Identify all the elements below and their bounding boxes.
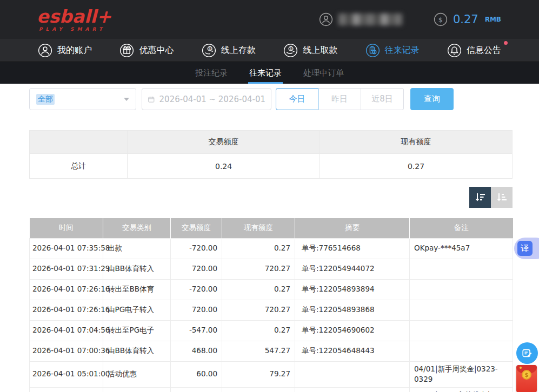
total-label: 总计 — [30, 154, 128, 179]
cell-time: 2026-04-01 07:35:58 — [30, 238, 103, 259]
search-button[interactable]: 查询 — [410, 88, 454, 110]
cell-category: 由BB体育转入 — [103, 341, 171, 361]
cell-summary — [295, 361, 410, 387]
filter-row: 全部 2026-04-01 ~ 2026-04-01 今日 昨日 近8日 查询 — [29, 88, 513, 110]
records-icon — [365, 43, 380, 58]
svg-text:$: $ — [438, 16, 443, 24]
withdraw-icon: $ — [283, 43, 298, 58]
cell-summary — [295, 387, 410, 392]
sort-ascending-button[interactable] — [491, 187, 513, 208]
cell-amount: 60.00 — [171, 361, 222, 387]
nav-label: 我的账户 — [57, 45, 92, 56]
cell-remark — [410, 341, 513, 361]
username-redacted — [338, 13, 402, 25]
cell-amount: -547.00 — [171, 320, 222, 341]
balance-amount: 0.27 — [453, 13, 478, 26]
nav-deposit[interactable]: $ 线上存款 — [202, 43, 256, 58]
balance-display[interactable]: $ 0.27 RMB — [434, 12, 501, 26]
translate-widget[interactable]: 译 — [514, 238, 539, 259]
table-row: 2026-04-01 07:26:16 转出至BB体育 -720.00 0.27… — [30, 279, 513, 300]
range-last8days-button[interactable]: 近8日 — [361, 88, 404, 110]
main-nav: 我的账户 优惠中心 $ 线上存款 $ 线上取款 往来记录 信息公告 — [0, 39, 539, 62]
cell-time: 2026-04-01 05:01:00 — [30, 387, 103, 392]
user-avatar-icon — [319, 12, 333, 26]
content-area: 全部 2026-04-01 ~ 2026-04-01 今日 昨日 近8日 查询 … — [29, 88, 513, 392]
cell-remark — [410, 300, 513, 320]
gift-icon — [119, 43, 134, 58]
summary-total-row: 总计 0.24 0.27 — [30, 154, 513, 179]
cell-remark — [410, 279, 513, 300]
table-row: 2026-04-01 07:31:29 由BB体育转入 720.00 720.2… — [30, 259, 513, 279]
notification-dot — [504, 41, 508, 45]
cell-balance: 720.27 — [222, 300, 295, 320]
account-menu[interactable] — [319, 12, 402, 26]
summary-header-transaction: 交易额度 — [128, 131, 320, 154]
total-current-balance: 0.27 — [320, 154, 513, 179]
cell-category: 由BB体育转入 — [103, 259, 171, 279]
cell-category: 活动优惠 — [103, 387, 171, 392]
cell-amount: 468.00 — [171, 341, 222, 361]
table-row: 2026-04-01 07:35:58 出款 -720.00 0.27 单号:7… — [30, 238, 513, 259]
cell-balance: 0.27 — [222, 279, 295, 300]
cell-remark: OKpay-***45a7 — [410, 238, 513, 259]
cell-time: 2026-04-01 07:31:29 — [30, 259, 103, 279]
col-header-summary: 摘要 — [295, 218, 410, 238]
cell-category: 活动优惠 — [103, 361, 171, 387]
red-envelope-promo[interactable]: $ — [516, 365, 537, 392]
envelope-dot — [520, 367, 522, 369]
range-yesterday-button[interactable]: 昨日 — [318, 88, 361, 110]
cell-summary: 单号:122054648443 — [295, 341, 410, 361]
cell-amount: -720.00 — [171, 279, 222, 300]
brand-logo[interactable]: esball+ PLAY SMART — [37, 8, 111, 32]
cell-amount: 720.00 — [171, 300, 222, 320]
cell-amount: 2.25 — [171, 387, 222, 392]
summary-header-balance: 现有额度 — [320, 131, 513, 154]
col-header-time: 时间 — [30, 218, 103, 238]
bell-icon — [447, 43, 462, 58]
range-today-button[interactable]: 今日 — [276, 88, 318, 110]
brand-tagline: PLAY SMART — [39, 27, 111, 32]
transactions-header-row: 时间 交易类别 交易额度 现有额度 摘要 备注 — [30, 218, 513, 238]
cell-summary: 单号:122054893894 — [295, 279, 410, 300]
user-icon — [38, 43, 52, 58]
top-header: esball+ PLAY SMART $ 0.27 RMB — [0, 0, 539, 39]
cell-summary: 单号:122054690602 — [295, 320, 410, 341]
cell-remark: 04/01|新手周奖金|0323-0329 — [410, 361, 513, 387]
transactions-body: 2026-04-01 07:35:58 出款 -720.00 0.27 单号:7… — [30, 238, 513, 392]
nav-withdraw[interactable]: $ 线上取款 — [283, 43, 337, 58]
svg-text:$: $ — [290, 46, 292, 50]
cell-category: 由PG电子转入 — [103, 300, 171, 320]
cell-category: 转出至BB体育 — [103, 279, 171, 300]
cell-remark — [410, 320, 513, 341]
nav-promotions[interactable]: 优惠中心 — [119, 43, 174, 58]
compose-icon — [521, 347, 533, 359]
transactions-table: 时间 交易类别 交易额度 现有额度 摘要 备注 2026-04-01 07:35… — [29, 218, 513, 392]
cell-summary: 单号:122054893868 — [295, 300, 410, 320]
sort-controls — [29, 187, 513, 208]
tab-processing-orders[interactable]: 处理中订单 — [302, 62, 345, 84]
cell-time: 2026-04-01 07:00:36 — [30, 341, 103, 361]
table-row: 2026-04-01 07:04:56 转出至PG电子 -547.00 0.27… — [30, 320, 513, 341]
tab-betting-records[interactable]: 投注纪录 — [194, 62, 229, 84]
table-row: 2026-04-01 07:00:36 由BB体育转入 468.00 547.2… — [30, 341, 513, 361]
sub-nav: 投注纪录 往来记录 处理中订单 — [0, 62, 539, 84]
cell-summary: 单号:122054944072 — [295, 259, 410, 279]
col-header-remark: 备注 — [410, 218, 513, 238]
tab-transaction-records[interactable]: 往来记录 — [248, 62, 283, 84]
cell-balance: 79.27 — [222, 361, 295, 387]
table-row: 2026-04-01 07:26:16 由PG电子转入 720.00 720.2… — [30, 300, 513, 320]
cell-amount: 720.00 — [171, 259, 222, 279]
feedback-chat-button[interactable] — [516, 342, 538, 364]
nav-announcements[interactable]: 信息公告 — [447, 43, 501, 58]
transaction-type-select[interactable]: 全部 — [29, 88, 136, 110]
nav-my-account[interactable]: 我的账户 — [38, 43, 92, 58]
calendar-icon — [148, 95, 155, 104]
nav-transaction-records[interactable]: 往来记录 — [365, 43, 420, 58]
sort-descending-button[interactable] — [469, 187, 491, 208]
date-range-value: 2026-04-01 ~ 2026-04-01 — [159, 94, 265, 104]
date-range-input[interactable]: 2026-04-01 ~ 2026-04-01 — [142, 88, 271, 110]
table-row: 2026-04-01 05:01:00 活动优惠 2.25 19.27 04/0… — [30, 387, 513, 392]
nav-label: 往来记录 — [385, 45, 420, 56]
cell-remark — [410, 259, 513, 279]
nav-label: 线上存款 — [221, 45, 256, 56]
